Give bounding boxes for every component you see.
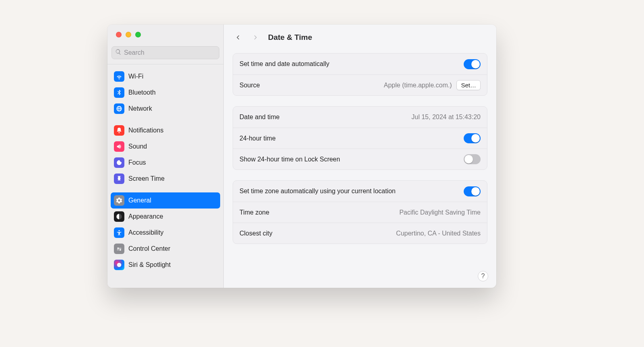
notif-icon — [114, 125, 124, 136]
window-controls — [107, 25, 223, 43]
search-field[interactable] — [111, 46, 219, 59]
sidebar-item-general[interactable]: General — [111, 192, 220, 209]
source-value: Apple (time.apple.com.) — [384, 82, 452, 89]
sidebar-item-label: Focus — [128, 159, 146, 166]
row-label: Set time and date automatically — [239, 60, 329, 68]
sidebar-item-label: Accessibility — [128, 229, 163, 236]
sidebar-nav: Wi-FiBluetoothNetworkNotificationsSoundF… — [107, 64, 223, 288]
main-area: Date & Time Set time and date automatica… — [224, 25, 496, 288]
sidebar-item-label: Control Center — [128, 245, 170, 252]
row-label: Time zone — [239, 209, 269, 216]
svg-point-0 — [119, 230, 120, 231]
panel-timezone: Set time zone automatically using your c… — [233, 180, 487, 244]
close-window-button[interactable] — [116, 32, 122, 37]
sidebar-item-focus[interactable]: Focus — [111, 155, 220, 171]
sidebar-item-sound[interactable]: Sound — [111, 138, 220, 155]
bt-icon — [114, 87, 124, 98]
timezone-value: Pacific Daylight Saving Time — [399, 209, 481, 216]
row-label: 24-hour time — [239, 135, 276, 142]
row-closest-city: Closest city Cupertino, CA - United Stat… — [233, 223, 487, 244]
sound-icon — [114, 141, 124, 152]
forward-button[interactable] — [250, 32, 261, 43]
sidebar-item-appearance[interactable]: Appearance — [111, 209, 220, 225]
row-label: Set time zone automatically using your c… — [239, 188, 396, 195]
sidebar-item-bluetooth[interactable]: Bluetooth — [111, 85, 220, 101]
sidebar-item-label: Notifications — [128, 127, 163, 134]
siri-icon — [114, 260, 124, 270]
sidebar: Wi-FiBluetoothNetworkNotificationsSoundF… — [107, 25, 224, 288]
general-icon — [114, 195, 124, 206]
row-label: Closest city — [239, 230, 272, 237]
wifi-icon — [114, 71, 124, 82]
row-label: Show 24-hour time on Lock Screen — [239, 156, 340, 163]
panel-time-source: Set time and date automatically Source A… — [233, 53, 487, 96]
sidebar-item-label: Screen Time — [128, 175, 165, 182]
content-header: Date & Time — [224, 25, 496, 50]
svg-point-1 — [117, 263, 122, 267]
row-label: Date and time — [239, 114, 280, 121]
row-lock-24hour: Show 24-hour time on Lock Screen — [233, 149, 487, 169]
row-24hour: 24-hour time — [233, 128, 487, 149]
search-container — [107, 43, 223, 64]
sidebar-item-controlcenter[interactable]: Control Center — [111, 241, 220, 257]
sidebar-item-label: Bluetooth — [128, 89, 156, 96]
toggle-auto-timezone[interactable] — [464, 186, 481, 196]
screentime-icon — [114, 174, 124, 184]
sidebar-item-label: General — [128, 197, 151, 204]
search-input[interactable] — [124, 49, 216, 56]
panel-date-time: Date and time Jul 15, 2024 at 15:43:20 2… — [233, 106, 487, 170]
row-auto-time: Set time and date automatically — [233, 54, 487, 74]
sidebar-item-siri[interactable]: Siri & Spotlight — [111, 257, 220, 273]
settings-window: Wi-FiBluetoothNetworkNotificationsSoundF… — [107, 25, 496, 288]
help-button[interactable]: ? — [478, 271, 488, 281]
search-icon — [115, 49, 124, 57]
cc-icon — [114, 244, 124, 254]
content-body: Set time and date automatically Source A… — [224, 50, 496, 288]
row-datetime: Date and time Jul 15, 2024 at 15:43:20 — [233, 107, 487, 128]
sidebar-item-network[interactable]: Network — [111, 101, 220, 117]
row-timezone: Time zone Pacific Daylight Saving Time — [233, 202, 487, 223]
closest-city-value: Cupertino, CA - United States — [396, 230, 481, 237]
sidebar-item-notifications[interactable]: Notifications — [111, 122, 220, 138]
set-source-button[interactable]: Set… — [456, 80, 481, 90]
sidebar-item-label: Network — [128, 105, 152, 112]
accessibility-icon — [114, 227, 124, 238]
sidebar-item-wifi[interactable]: Wi-Fi — [111, 68, 220, 85]
main-column: Date & Time Set time and date automatica… — [224, 25, 496, 288]
row-source: Source Apple (time.apple.com.) Set… — [233, 74, 487, 95]
row-auto-timezone: Set time zone automatically using your c… — [233, 181, 487, 202]
toggle-lock-24hour[interactable] — [464, 154, 481, 164]
net-icon — [114, 103, 124, 114]
toggle-auto-time[interactable] — [464, 59, 481, 69]
sidebar-item-screentime[interactable]: Screen Time — [111, 171, 220, 187]
row-label: Source — [239, 82, 260, 89]
sidebar-item-label: Siri & Spotlight — [128, 261, 171, 269]
minimize-window-button[interactable] — [126, 32, 131, 37]
toggle-24hour[interactable] — [464, 133, 481, 143]
sidebar-item-accessibility[interactable]: Accessibility — [111, 225, 220, 241]
back-button[interactable] — [233, 32, 244, 43]
sidebar-item-label: Wi-Fi — [128, 73, 143, 80]
zoom-window-button[interactable] — [135, 32, 141, 37]
focus-icon — [114, 157, 124, 168]
sidebar-item-label: Appearance — [128, 213, 163, 220]
appearance-icon — [114, 211, 124, 222]
page-title: Date & Time — [268, 33, 312, 42]
sidebar-item-label: Sound — [128, 143, 147, 150]
datetime-value: Jul 15, 2024 at 15:43:20 — [411, 114, 481, 121]
